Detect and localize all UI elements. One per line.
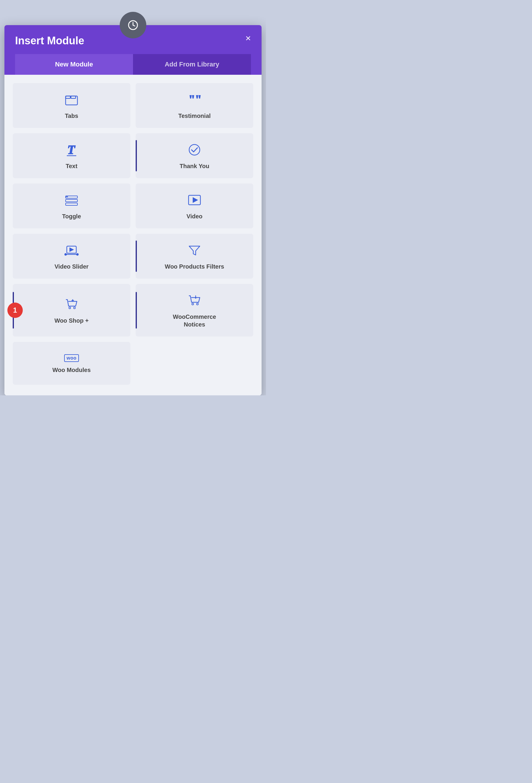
module-label-testimonial: Testimonial [178,112,211,120]
svg-rect-3 [71,96,76,98]
badge-1: 1 [7,303,23,318]
module-card-toggle[interactable]: Toggle [13,184,130,228]
module-card-woo-modules[interactable]: woo Woo Modules [13,342,130,385]
module-label-woocommerce-notices: WooCommerceNotices [173,313,216,328]
svg-rect-10 [66,199,77,202]
svg-marker-20 [189,246,200,255]
svg-rect-2 [66,96,70,98]
woo-cart-plus-icon [64,297,79,313]
video-slider-icon [64,243,79,258]
module-label-woo-products-filters: Woo Products Filters [165,263,224,270]
clock-icon [128,20,138,30]
woo-text-icon: woo [64,354,79,362]
svg-point-28 [195,297,196,299]
module-card-woo-shop-plus[interactable]: 1 Woo Shop + [13,284,130,337]
video-icon [187,193,201,208]
tab-new-module[interactable]: New Module [15,54,133,75]
page-wrapper: Insert Module × New Module Add From Libr… [4,12,261,395]
module-card-woo-products-filters[interactable]: Woo Products Filters [136,234,253,279]
module-card-woocommerce-notices[interactable]: WooCommerceNotices [136,284,253,337]
svg-point-26 [196,303,198,305]
filter-icon [187,243,201,258]
svg-marker-14 [193,198,197,202]
module-label-toggle: Toggle [62,213,81,220]
modal-content: Tabs " " Testimonial [4,75,261,395]
tab-add-from-library[interactable]: Add From Library [133,54,251,75]
svg-point-22 [73,307,75,309]
close-button[interactable]: × [245,33,251,43]
testimonial-icon: " " [187,92,201,108]
module-label-video-slider: Video Slider [54,263,88,270]
svg-point-21 [69,307,71,309]
thankyou-icon [187,143,201,158]
woo-cart-icon [187,293,201,309]
module-card-text[interactable]: T Text [13,133,130,178]
modal-tabs: New Module Add From Library [15,54,251,75]
module-label-woo-shop-plus: Woo Shop + [54,317,89,324]
toggle-icon [64,193,79,208]
module-card-thank-you[interactable]: Thank You [136,133,253,178]
module-card-video[interactable]: Video [136,184,253,228]
modules-grid: Tabs " " Testimonial [13,83,253,385]
tabs-icon [64,92,79,108]
svg-text:": " [195,92,201,106]
module-card-testimonial[interactable]: " " Testimonial [136,83,253,128]
module-label-woo-modules: Woo Modules [52,366,91,374]
module-card-tabs[interactable]: Tabs [13,83,130,128]
insert-module-modal: Insert Module × New Module Add From Libr… [4,25,261,395]
svg-rect-11 [66,203,77,206]
module-label-tabs: Tabs [65,112,78,120]
text-icon: T [64,143,79,158]
svg-point-8 [189,145,200,155]
svg-text:T: T [67,143,76,157]
top-circle-button[interactable] [120,12,146,38]
svg-text:": " [189,92,195,106]
module-label-thank-you: Thank You [180,162,209,170]
svg-point-18 [65,253,66,255]
svg-marker-16 [70,248,73,251]
svg-point-19 [76,253,78,255]
module-label-video: Video [187,213,202,220]
svg-point-25 [192,303,194,305]
module-label-text: Text [66,162,77,170]
module-card-video-slider[interactable]: Video Slider [13,234,130,279]
